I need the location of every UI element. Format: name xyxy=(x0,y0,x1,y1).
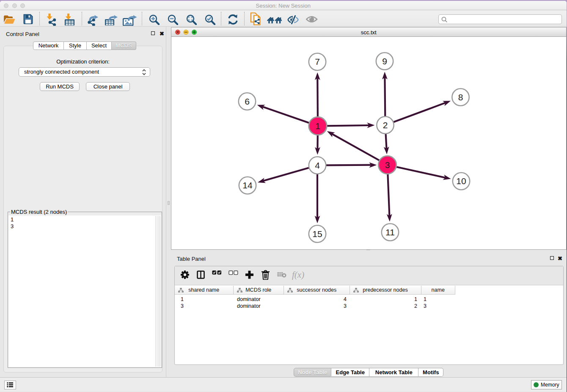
svg-text:11: 11 xyxy=(385,227,395,237)
svg-text:9: 9 xyxy=(382,56,387,66)
svg-text:10: 10 xyxy=(456,176,466,186)
svg-text:7: 7 xyxy=(315,57,320,66)
svg-text:2: 2 xyxy=(383,120,388,130)
svg-text:15: 15 xyxy=(312,229,322,239)
svg-text:8: 8 xyxy=(458,92,463,102)
svg-text:4: 4 xyxy=(315,160,320,170)
svg-text:1: 1 xyxy=(315,121,320,131)
svg-text:6: 6 xyxy=(245,97,250,106)
svg-text:14: 14 xyxy=(242,180,253,190)
svg-text:3: 3 xyxy=(385,160,390,170)
